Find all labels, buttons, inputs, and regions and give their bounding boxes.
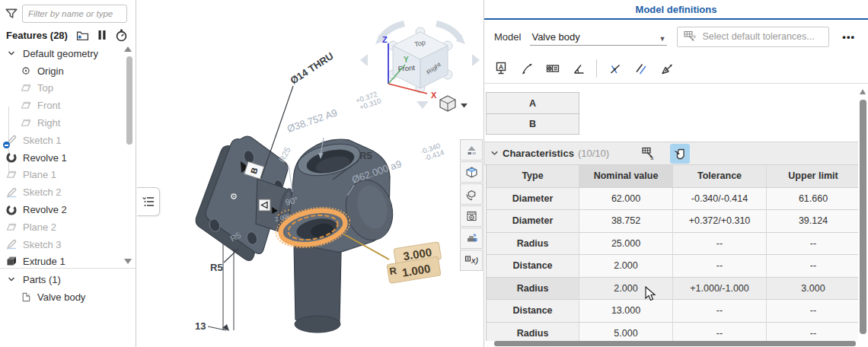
- chevron-down-icon[interactable]: [5, 275, 18, 284]
- rotate-down-arrow-icon[interactable]: [416, 101, 429, 109]
- tree-scrollbar[interactable]: [126, 56, 132, 145]
- table-cell-upper-selected[interactable]: 3.000: [767, 278, 858, 301]
- table-cell-nominal[interactable]: 5.000: [579, 323, 673, 342]
- tree-item-top-plane[interactable]: Top: [0, 80, 123, 97]
- parts-header[interactable]: Parts (1): [0, 271, 136, 288]
- filter-input[interactable]: [22, 5, 127, 23]
- table-cell-nominal[interactable]: 62.000: [579, 188, 673, 211]
- table-cell-tolerance[interactable]: +0.372/+0.310: [673, 210, 767, 233]
- datum-target-tool-button[interactable]: [656, 57, 678, 79]
- table-cell-type[interactable]: Radius: [487, 323, 579, 342]
- table-cell-tolerance[interactable]: --: [673, 233, 767, 256]
- tree-item-right-plane[interactable]: Right: [0, 114, 123, 132]
- table-cell-tolerance[interactable]: --: [673, 300, 767, 323]
- table-cell-nominal[interactable]: 13.000: [579, 300, 673, 323]
- table-cell-type[interactable]: Diameter: [487, 210, 579, 233]
- named-views-button[interactable]: [460, 161, 483, 183]
- feature-list-flyout-handle[interactable]: [137, 187, 160, 216]
- dim-d38-label[interactable]: Ø38.752 A9 +0.372 +0.310: [285, 89, 382, 136]
- table-cell-type[interactable]: Distance: [487, 255, 579, 278]
- tree-item-front-plane[interactable]: Front: [0, 97, 123, 114]
- intersection-tool-button[interactable]: [604, 57, 626, 79]
- table-cell-nominal-selected[interactable]: 2.000: [579, 278, 673, 301]
- parallelism-tool-button[interactable]: [630, 57, 652, 79]
- table-cell-type[interactable]: Radius: [487, 233, 579, 256]
- tree-item-default-geometry[interactable]: Default geometry: [0, 45, 123, 62]
- table-cell-type-selected[interactable]: Radius: [487, 278, 579, 301]
- geometric-tolerance-tool-button[interactable]: [541, 57, 563, 79]
- tree-scroll-up-arrow[interactable]: [124, 46, 132, 52]
- col-header-upper[interactable]: Upper limit: [767, 165, 858, 188]
- table-cell-upper[interactable]: --: [767, 323, 858, 342]
- valve-body-model[interactable]: B: [196, 136, 399, 333]
- dim-13[interactable]: 13: [195, 244, 234, 332]
- chevron-down-icon[interactable]: [490, 149, 499, 158]
- default-tolerances-button[interactable]: ± Select default tolerances...: [677, 27, 829, 47]
- table-cell-nominal[interactable]: 2.000: [579, 255, 673, 278]
- tree-item-plane-1[interactable]: Plane 1: [0, 167, 123, 184]
- datum-row-b[interactable]: B: [487, 113, 579, 134]
- snapshot-button[interactable]: [460, 205, 483, 227]
- panel-horizontal-scrollbar[interactable]: [494, 341, 856, 346]
- insert-folder-icon[interactable]: [76, 30, 89, 41]
- tree-item-revolve-1[interactable]: Revolve 1: [0, 149, 123, 167]
- rotate-view-button[interactable]: [460, 183, 483, 205]
- table-cell-tolerance[interactable]: --: [673, 323, 767, 342]
- 3d-scene[interactable]: Top Front Right Z X Y: [137, 0, 483, 347]
- datum-label-tool-button[interactable]: A: [490, 57, 512, 79]
- view-options-caret-icon[interactable]: [461, 103, 468, 108]
- export-characteristics-button[interactable]: [670, 144, 690, 164]
- machine-export-button[interactable]: [460, 228, 483, 249]
- table-cell-upper[interactable]: --: [767, 233, 858, 256]
- tree-item-sketch-2[interactable]: Sketch 2: [0, 183, 123, 201]
- table-cell-tolerance[interactable]: -0.340/-0.414: [673, 188, 767, 211]
- table-cell-nominal[interactable]: 38.752: [579, 210, 673, 233]
- chevron-down-icon[interactable]: [5, 49, 18, 58]
- tree-item-sketch-3[interactable]: Sketch 3: [0, 236, 123, 253]
- parts-label: Parts (1): [23, 274, 61, 285]
- dim-r5-bottom-label[interactable]: R5: [210, 262, 223, 273]
- radius-tolerance-tag[interactable]: 3.000 1.000 R: [385, 242, 444, 284]
- suppress-pause-icon[interactable]: [97, 30, 107, 40]
- col-header-type[interactable]: Type: [487, 165, 579, 188]
- panel-menu-button[interactable]: •••: [842, 31, 858, 43]
- callout-tool-button[interactable]: [515, 57, 538, 79]
- table-cell-upper[interactable]: 61.660: [767, 188, 858, 211]
- model-dropdown[interactable]: Valve body ▼: [530, 27, 667, 46]
- featurescript-notices-button[interactable]: x): [460, 250, 483, 271]
- spin-cw-arrow-icon[interactable]: [436, 24, 460, 39]
- panel-scroll-up-arrow[interactable]: [860, 89, 866, 94]
- panel-title[interactable]: Model definitions: [636, 4, 717, 15]
- rotate-left-arrow-icon[interactable]: [360, 54, 368, 66]
- table-cell-upper[interactable]: 39.124: [767, 210, 858, 233]
- appearance-tool-button[interactable]: [460, 139, 483, 161]
- rotate-right-arrow-icon[interactable]: [472, 54, 480, 66]
- dim-hole-label[interactable]: Ø14 THRU: [288, 50, 335, 87]
- rollback-history-icon[interactable]: [115, 29, 128, 42]
- tree-scroll-down-arrow[interactable]: [124, 259, 132, 264]
- table-cell-upper[interactable]: --: [767, 300, 858, 323]
- table-cell-nominal[interactable]: 25.000: [579, 233, 673, 256]
- angle-dimension-tool-button[interactable]: [567, 57, 589, 79]
- view-options-button[interactable]: [440, 96, 468, 111]
- panel-vertical-scrollbar[interactable]: [860, 100, 866, 334]
- col-header-tolerance[interactable]: Tolerance: [673, 165, 767, 188]
- part-item-valve-body[interactable]: Valve body: [0, 288, 136, 306]
- table-cell-tolerance-selected[interactable]: +1.000/-1.000: [673, 278, 767, 301]
- table-cell-upper[interactable]: --: [767, 255, 858, 278]
- apply-tolerances-button[interactable]: ±: [638, 144, 658, 164]
- dim-r5-top-label[interactable]: R5: [359, 150, 372, 161]
- tree-item-sketch-1[interactable]: Sketch 1: [0, 132, 123, 149]
- filter-icon[interactable]: [5, 6, 18, 21]
- tree-item-revolve-2[interactable]: Revolve 2: [0, 201, 123, 218]
- dim-r25-label[interactable]: R25: [277, 145, 292, 163]
- col-header-nominal[interactable]: Nominal value: [579, 165, 673, 188]
- table-cell-type[interactable]: Distance: [487, 300, 579, 323]
- table-cell-tolerance[interactable]: --: [673, 255, 767, 278]
- datum-row-a[interactable]: A: [487, 93, 579, 113]
- table-cell-type[interactable]: Diameter: [487, 188, 579, 211]
- 3d-viewport[interactable]: Top Front Right Z X Y: [137, 0, 483, 347]
- cube-front-label[interactable]: Front: [397, 63, 415, 73]
- tree-item-plane-2[interactable]: Plane 2: [0, 218, 123, 236]
- tree-item-origin[interactable]: Origin: [0, 62, 123, 80]
